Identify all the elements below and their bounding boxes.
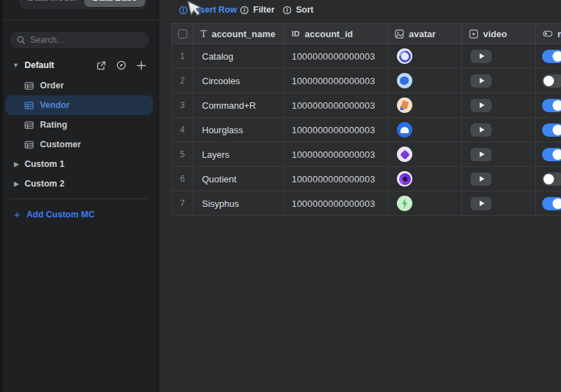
cell-account-name[interactable]: Hourglass bbox=[194, 118, 285, 142]
cell-video[interactable] bbox=[462, 142, 536, 166]
cell-toggle[interactable] bbox=[536, 118, 561, 142]
table-icon bbox=[25, 82, 34, 90]
cell-account-name[interactable]: Command+R bbox=[194, 93, 285, 117]
open-external-icon[interactable] bbox=[97, 61, 106, 70]
play-icon bbox=[480, 201, 485, 206]
cell-video[interactable] bbox=[462, 167, 536, 191]
avatar-image bbox=[397, 122, 412, 137]
cell-video[interactable] bbox=[462, 191, 536, 215]
add-custom-mc-button[interactable]: + Add Custom MC bbox=[14, 209, 95, 219]
search-icon bbox=[17, 36, 25, 44]
cell-toggle[interactable] bbox=[536, 191, 561, 215]
cell-toggle[interactable] bbox=[536, 167, 561, 191]
cell-account-id[interactable]: 1000000000000003 bbox=[285, 69, 388, 93]
app-window: Data Model Data Base ▼ Default bbox=[0, 0, 561, 392]
video-play-button[interactable] bbox=[471, 148, 492, 161]
video-play-button[interactable] bbox=[471, 99, 492, 112]
cell-account-name[interactable]: Layers bbox=[194, 142, 285, 166]
cell-account-id[interactable]: 1000000000000003 bbox=[285, 191, 388, 215]
cell-avatar[interactable] bbox=[388, 191, 462, 215]
cell-toggle[interactable] bbox=[536, 69, 561, 93]
cell-avatar[interactable] bbox=[388, 44, 462, 68]
table-icon bbox=[25, 102, 34, 109]
sidebar-item-rating[interactable]: Rating bbox=[6, 115, 153, 135]
search-box[interactable] bbox=[10, 32, 149, 48]
column-header-m-truncated[interactable]: m bbox=[536, 24, 561, 43]
cell-avatar[interactable] bbox=[388, 93, 462, 117]
window-left-edge bbox=[0, 0, 3, 392]
column-header-video[interactable]: video bbox=[462, 24, 536, 43]
toggle-switch[interactable] bbox=[542, 173, 561, 186]
cell-avatar[interactable] bbox=[388, 167, 462, 191]
table-row: 4Hourglass1000000000000003 bbox=[171, 118, 561, 142]
tab-data-model[interactable]: Data Model bbox=[22, 0, 83, 7]
column-label: avatar bbox=[409, 29, 435, 39]
row-number: 4 bbox=[172, 118, 194, 142]
sort-button[interactable]: Sort bbox=[283, 0, 313, 20]
column-header-account-id[interactable]: ID account_id bbox=[285, 24, 388, 43]
table-row: 2Circooles1000000000000003 bbox=[171, 69, 561, 93]
toggle-switch[interactable] bbox=[542, 99, 561, 112]
filter-button[interactable]: Filter bbox=[240, 0, 275, 20]
sidebar-item-order[interactable]: Order bbox=[6, 76, 153, 95]
cell-account-name[interactable]: Quotient bbox=[194, 167, 285, 191]
cell-account-name[interactable]: Catalog bbox=[194, 44, 285, 68]
table-row: 6Quotient1000000000000003 bbox=[171, 167, 561, 191]
cell-avatar[interactable] bbox=[388, 118, 462, 142]
compass-icon[interactable] bbox=[116, 60, 126, 70]
row-number: 5 bbox=[172, 142, 194, 166]
select-all-checkbox[interactable] bbox=[178, 29, 187, 39]
cell-account-id[interactable]: 1000000000000003 bbox=[285, 167, 388, 191]
sidebar-group-custom-2[interactable]: ▶ Custom 2 bbox=[6, 174, 153, 194]
video-play-button[interactable] bbox=[471, 74, 492, 88]
toggle-switch[interactable] bbox=[542, 74, 561, 88]
row-number: 7 bbox=[172, 191, 194, 215]
cell-video[interactable] bbox=[462, 93, 536, 117]
sidebar-item-vendor[interactable]: Vendor bbox=[6, 95, 153, 115]
sidebar-item-customer[interactable]: Customer bbox=[6, 135, 153, 154]
cell-avatar[interactable] bbox=[388, 69, 462, 93]
cell-account-id[interactable]: 1000000000000003 bbox=[285, 93, 388, 117]
id-type-icon: ID bbox=[292, 29, 300, 38]
cell-toggle[interactable] bbox=[536, 44, 561, 68]
tree-group-label: Default bbox=[25, 60, 54, 70]
cell-toggle[interactable] bbox=[536, 93, 561, 117]
cell-account-id[interactable]: 1000000000000003 bbox=[285, 118, 388, 142]
main-panel: Insert Row Filter Sort bbox=[159, 0, 561, 392]
search-input[interactable] bbox=[30, 35, 142, 45]
cell-account-id[interactable]: 1000000000000003 bbox=[285, 142, 388, 166]
sort-label: Sort bbox=[296, 5, 313, 15]
video-play-button[interactable] bbox=[471, 50, 492, 63]
chevron-down-icon: ▼ bbox=[13, 62, 19, 69]
video-play-button[interactable] bbox=[471, 197, 492, 210]
tab-data-base[interactable]: Data Base bbox=[84, 0, 145, 7]
sidebar-divider bbox=[0, 20, 159, 20]
cell-account-name[interactable]: Sisyphus bbox=[194, 191, 285, 215]
add-table-icon[interactable] bbox=[137, 61, 146, 70]
chevron-right-icon: ▶ bbox=[14, 180, 19, 187]
toggle-switch[interactable] bbox=[542, 123, 561, 137]
sort-icon bbox=[283, 6, 292, 15]
table-row: 1Catalog1000000000000003 bbox=[171, 44, 561, 69]
column-header-account-name[interactable]: T account_name bbox=[194, 24, 285, 43]
toggle-switch[interactable] bbox=[542, 148, 561, 161]
sidebar-group-custom-1[interactable]: ▶ Custom 1 bbox=[6, 154, 153, 174]
add-custom-mc-label: Add Custom MC bbox=[27, 210, 95, 219]
table-icon bbox=[25, 121, 34, 129]
column-header-avatar[interactable]: avatar bbox=[388, 24, 462, 43]
cell-toggle[interactable] bbox=[536, 142, 561, 166]
cell-video[interactable] bbox=[462, 118, 536, 142]
video-play-button[interactable] bbox=[471, 173, 492, 186]
sidebar-item-label: Vendor bbox=[40, 100, 69, 110]
cell-video[interactable] bbox=[462, 69, 536, 93]
tree-group-default[interactable]: ▼ Default bbox=[13, 58, 146, 72]
cell-account-name[interactable]: Circooles bbox=[194, 69, 285, 93]
cell-avatar[interactable] bbox=[388, 142, 462, 166]
table-tree: Order Vendor Rating Customer bbox=[6, 76, 153, 194]
toggle-switch[interactable] bbox=[542, 197, 561, 210]
video-play-button[interactable] bbox=[471, 123, 492, 137]
toggle-switch[interactable] bbox=[542, 50, 561, 63]
cell-video[interactable] bbox=[462, 44, 536, 68]
sidebar: Data Model Data Base ▼ Default bbox=[0, 0, 159, 392]
cell-account-id[interactable]: 1000000000000003 bbox=[285, 44, 388, 68]
